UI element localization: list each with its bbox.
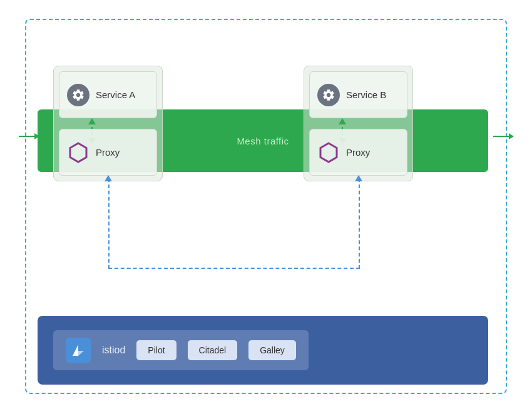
arrow-up-a bbox=[88, 118, 96, 124]
svg-marker-2 bbox=[73, 345, 78, 356]
hex-icon-b bbox=[317, 141, 340, 164]
service-pod-a: Service A Proxy bbox=[53, 66, 163, 181]
component-citadel: Citadel bbox=[188, 340, 238, 360]
dashed-arrow-up-right bbox=[355, 175, 362, 181]
service-b-label: Service B bbox=[346, 89, 386, 100]
svg-marker-1 bbox=[320, 143, 337, 162]
arrow-up-b bbox=[339, 118, 346, 124]
istiod-inner: istiod Pilot Citadel Galley bbox=[53, 330, 309, 370]
svg-marker-3 bbox=[78, 351, 84, 356]
ingress-arrow bbox=[19, 136, 39, 137]
component-galley: Galley bbox=[248, 340, 296, 360]
egress-arrow bbox=[493, 136, 513, 137]
control-plane: istiod Pilot Citadel Galley bbox=[38, 316, 488, 385]
dashed-arrow-up-left bbox=[105, 175, 112, 181]
dashed-line-left bbox=[108, 178, 110, 269]
istiod-name: istiod bbox=[102, 345, 125, 356]
svg-marker-0 bbox=[70, 143, 86, 162]
proxy-b-box: Proxy bbox=[309, 129, 407, 176]
proxy-b-label: Proxy bbox=[346, 147, 370, 158]
gear-icon-b bbox=[317, 84, 340, 106]
service-b-box: Service B bbox=[309, 71, 407, 118]
component-pilot: Pilot bbox=[136, 340, 176, 360]
mesh-traffic-label: Mesh traffic bbox=[237, 136, 289, 146]
dashed-line-right bbox=[359, 178, 360, 269]
hex-icon-a bbox=[67, 141, 90, 164]
gear-icon-a bbox=[67, 84, 90, 106]
dashed-line-horizontal bbox=[108, 268, 360, 269]
diagram-container: Mesh traffic Service A Proxy bbox=[19, 13, 513, 400]
istio-icon bbox=[66, 338, 91, 363]
service-pod-b: Service B Proxy bbox=[304, 66, 413, 181]
proxy-a-box: Proxy bbox=[59, 129, 157, 176]
service-a-box: Service A bbox=[59, 71, 157, 118]
proxy-a-label: Proxy bbox=[96, 147, 120, 158]
service-a-label: Service A bbox=[96, 89, 135, 100]
